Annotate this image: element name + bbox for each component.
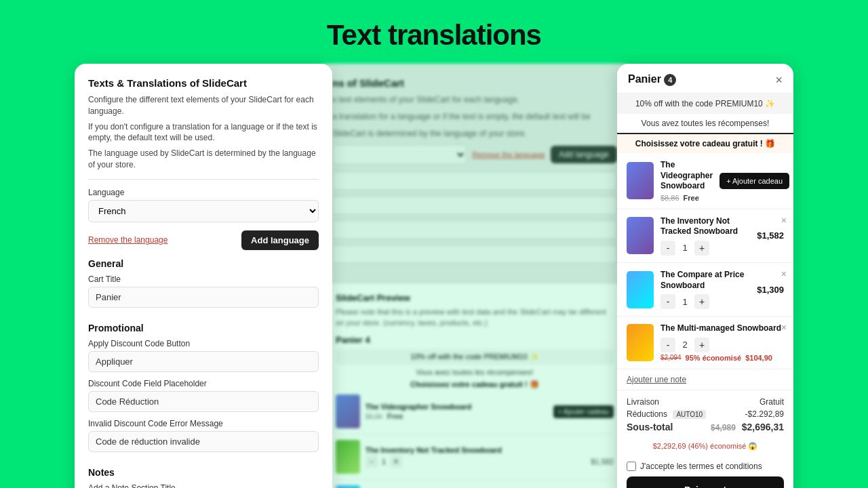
right-gift-free: Free xyxy=(684,194,699,202)
preview-product-thumb-2 xyxy=(336,485,360,488)
right-rewards-bar: Vous avez toutes les récompenses! xyxy=(617,114,793,134)
preview-add-gift-btn[interactable]: + Ajouter cadeau xyxy=(553,405,614,418)
right-qty-plus-3[interactable]: + xyxy=(694,338,709,352)
language-action-row: French English Spanish xyxy=(88,200,319,222)
right-totals: Livraison Gratuit Réductions AUTO10 -$2.… xyxy=(617,390,793,442)
right-qty-plus-2[interactable]: + xyxy=(694,294,709,309)
right-qty-minus-1[interactable]: - xyxy=(660,241,675,256)
middle-input-2[interactable] xyxy=(332,196,617,215)
right-gift-add-button[interactable]: + Ajouter cadeau xyxy=(719,173,789,189)
right-qty-row-3: - 2 + xyxy=(660,338,784,352)
preview-cart-label: Panier 4 xyxy=(336,335,614,345)
preview-gift-label: Choisissez votre cadeau gratuit ! 🎁 xyxy=(336,380,614,389)
right-close-button[interactable]: × xyxy=(775,74,783,86)
right-panel-header: Panier 4 × xyxy=(617,64,793,94)
right-qty-plus-1[interactable]: + xyxy=(694,241,709,256)
preview-gift-name: The Videographer Snowboard xyxy=(366,403,548,411)
right-add-note[interactable]: Ajouter une note xyxy=(617,369,793,390)
right-orig-price-3: $2,094 xyxy=(660,354,682,361)
middle-desc2: a translation for a language or if the t… xyxy=(332,111,617,123)
right-livraison-row: Livraison Gratuit xyxy=(627,397,784,407)
preview-gift-info: The Videographer Snowboard $8,86 Free xyxy=(366,403,548,420)
cart-title-input[interactable] xyxy=(88,287,319,308)
right-product-price-1: $1,582 xyxy=(757,230,784,241)
right-reductions-label: Réductions AUTO10 xyxy=(627,409,706,419)
preview-desc: Please note that this is a preview with … xyxy=(336,307,614,328)
right-terms-row: J'accepte les termes et conditions xyxy=(617,456,793,476)
right-qty-val-1: 1 xyxy=(679,243,690,253)
right-close-product-2[interactable]: × xyxy=(781,268,787,279)
preview-gift-thumb xyxy=(336,394,360,428)
divider-1 xyxy=(88,179,319,180)
discount-placeholder-input[interactable] xyxy=(88,391,319,412)
middle-remove-btn[interactable]: Remove the language xyxy=(472,150,545,159)
preview-product-info-1: The Inventory Not Tracked Snowboard - 1 … xyxy=(366,446,614,468)
preview-rewards: Vous avez toutes les récompenses! xyxy=(336,368,614,376)
discount-placeholder-label: Discount Code Field Placeholder xyxy=(88,379,319,388)
left-description-3: The language used by SlideCart is determ… xyxy=(88,148,319,171)
right-savings-row-3: $2,094 95% économisé $104,90 xyxy=(660,354,784,362)
right-livraison-label: Livraison xyxy=(627,397,659,407)
remove-language-button[interactable]: Remove the language xyxy=(88,235,167,245)
middle-input-4[interactable] xyxy=(332,245,617,264)
panels-wrapper: Texts & Translations of SlideCart Config… xyxy=(0,64,868,488)
preview-product-thumb-1 xyxy=(336,440,360,474)
right-terms-checkbox[interactable] xyxy=(627,462,636,471)
right-reductions-value: -$2.292,89 xyxy=(745,409,784,419)
right-checkout-button[interactable]: Paiement xyxy=(627,476,784,488)
promotional-section-title: Promotional xyxy=(88,323,319,333)
middle-input-1[interactable] xyxy=(332,171,617,190)
right-livraison-value: Gratuit xyxy=(760,397,784,407)
right-subtotal-label: Sous-total xyxy=(627,422,673,432)
middle-input-3[interactable] xyxy=(332,220,617,239)
apply-discount-input[interactable] xyxy=(88,351,319,372)
preview-qty-plus-1[interactable]: + xyxy=(390,455,402,468)
right-savings-text-3: 95% économisé xyxy=(686,354,742,362)
language-select[interactable]: French English Spanish xyxy=(88,200,319,222)
right-reductions-row: Réductions AUTO10 -$2.292,89 xyxy=(627,409,784,419)
right-product-row-3: The Multi-managed Snowboard - 2 + $2,094… xyxy=(617,317,793,369)
right-gift-name: The Videographer Snowboard xyxy=(660,160,713,192)
right-product-thumb-2 xyxy=(627,271,654,308)
language-label: Language xyxy=(88,188,319,197)
right-close-product-1[interactable]: × xyxy=(781,215,787,226)
right-product-price-2: $1,309 xyxy=(757,285,784,295)
preview-product-name-1: The Inventory Not Tracked Snowboard xyxy=(366,446,614,454)
apply-discount-label: Apply Discount Code Button xyxy=(88,339,319,348)
add-language-button[interactable]: Add language xyxy=(241,230,319,250)
add-note-section-label: Add a Note Section Title xyxy=(88,483,319,488)
cart-title-label: Cart Title xyxy=(88,274,319,284)
right-product-thumb-1 xyxy=(627,217,654,254)
left-description-2: If you don't configure a translation for… xyxy=(88,121,319,144)
lang-buttons-row: Remove the language Add language xyxy=(88,230,319,250)
preview-promo-bar: 10% off with the code PREMIUM10 ✨ xyxy=(336,349,614,365)
right-gift-thumb xyxy=(627,162,654,199)
right-gift-orig-price: $8,86 xyxy=(660,194,679,202)
middle-header: ns of SlideCart xyxy=(332,77,617,89)
middle-add-btn[interactable]: Add language xyxy=(551,146,617,163)
left-panel: Texts & Translations of SlideCart Config… xyxy=(75,64,332,488)
right-qty-minus-2[interactable]: - xyxy=(660,294,675,309)
right-terms-text: J'accepte les termes et conditions xyxy=(640,462,762,471)
right-product-info-2: The Compare at Price Snowboard - 1 + xyxy=(660,270,750,309)
right-gift-price-row: $8,86 Free xyxy=(660,194,713,202)
invalid-discount-input[interactable] xyxy=(88,431,319,452)
preview-price-1: $1,582 xyxy=(591,458,614,466)
notes-section-title: Notes xyxy=(88,467,319,478)
right-gift-bar: Choisissez votre cadeau gratuit ! 🎁 xyxy=(617,134,793,153)
right-qty-val-2: 1 xyxy=(679,297,690,307)
preview-qty-minus-1[interactable]: - xyxy=(366,455,378,468)
right-qty-minus-3[interactable]: - xyxy=(660,338,675,352)
right-qty-row-1: - 1 + xyxy=(660,241,750,256)
page-title: Text translations xyxy=(0,0,868,64)
right-product-row-1: The Inventory Not Tracked Snowboard - 1 … xyxy=(617,209,793,263)
right-product-name-2: The Compare at Price Snowboard xyxy=(660,270,750,291)
middle-language-select[interactable] xyxy=(332,144,467,165)
right-subtotal-row: Sous-total $4,989 $2,696,31 xyxy=(627,422,784,432)
right-close-product-3[interactable]: × xyxy=(781,322,787,333)
preview-qty-row-1: - 1 + $1,582 xyxy=(366,455,614,468)
right-final-price-3: $104,90 xyxy=(745,354,772,362)
middle-lang-row: Remove the language Add language xyxy=(332,144,617,165)
right-panel-title: Panier 4 xyxy=(628,73,676,86)
right-panel: Panier 4 × 10% off with the code PREMIUM… xyxy=(617,64,793,488)
